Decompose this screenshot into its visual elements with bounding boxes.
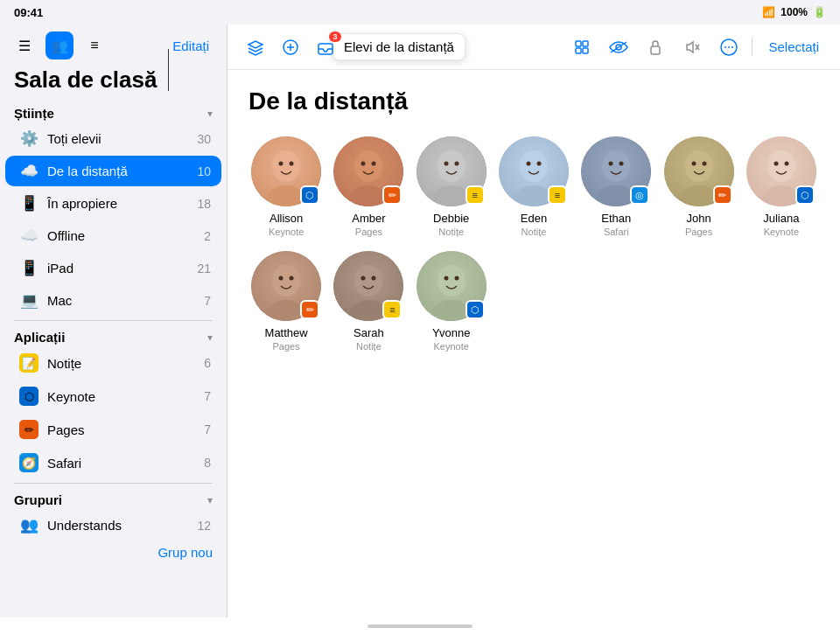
sidebar-item-notite[interactable]: 📝 Notițe 6 [5,347,221,379]
student-avatar-wrap-john: ✏ [664,136,734,206]
student-app-sarah: Notițe [356,341,382,352]
student-app-juliana: Keynote [764,227,799,237]
svg-point-18 [279,162,284,166]
sidebar-section-grupuri[interactable]: Grupuri ▾ [0,487,227,509]
student-name-debbie: Debbie [433,212,469,225]
sidebar-item-de-la-distanta[interactable]: ☁️ De la distanță 10 [5,156,221,186]
sidebar-item-keynote[interactable]: ⬡ Keynote 7 [5,380,221,412]
sidebar-item-mac[interactable]: 💻 Mac 7 [5,285,221,316]
svg-point-56 [354,265,382,297]
svg-point-49 [784,162,788,166]
section-grupuri-chevron: ▾ [207,494,213,506]
student-avatar-wrap-amber: ✏ [333,136,403,206]
sidebar-item-toti-elevii[interactable]: ⚙️ Toți elevii 30 [5,123,221,154]
svg-point-38 [609,162,613,166]
svg-point-54 [290,276,294,281]
sidebar-edit-button[interactable]: Editați [165,35,216,57]
offline-label: Offline [47,228,185,243]
content-title: De la distanță [248,87,819,115]
section-aplicatii-chevron: ▾ [207,331,213,344]
mute-icon[interactable] [678,33,706,61]
student-item-amber[interactable]: ✏ Amber Pages [331,136,406,237]
student-item-eden[interactable]: ≡ Eden Notițe [496,136,571,237]
mac-label: Mac [47,293,185,308]
sidebar-list-icon[interactable]: ≡ [80,31,108,59]
in-apropiere-icon: 📱 [19,194,38,213]
sidebar-item-in-apropiere[interactable]: 📱 În apropiere 18 [5,188,221,219]
callout: Elevi de la distanță [332,33,466,60]
sidebar-section-stiinte[interactable]: Științe ▾ [0,101,227,122]
student-avatar-wrap-debbie: ≡ [416,136,486,206]
in-apropiere-label: În apropiere [47,196,185,211]
lock-icon[interactable] [641,33,669,61]
safari-count: 8 [193,456,211,470]
section-aplicatii-label: Aplicații [14,330,65,345]
student-item-matthew[interactable]: ✏ Matthew Pages [248,251,324,352]
svg-point-39 [620,162,624,166]
toti-elevii-count: 30 [193,132,211,146]
understands-label: Understands [47,518,185,533]
student-badge-allison: ⬡ [300,185,319,205]
student-badge-amber: ✏ [382,185,402,205]
student-app-yvonne: Keynote [434,341,469,352]
grid-view-icon[interactable] [568,33,596,61]
svg-point-33 [526,162,530,166]
wifi-icon: 📶 [762,6,775,18]
eye-icon[interactable] [605,33,633,61]
de-la-distanta-icon: ☁️ [19,162,38,180]
toolbar-separator [752,38,752,56]
sidebar-item-safari[interactable]: 🧭 Safari 8 [5,447,221,478]
ipad-count: 21 [193,262,211,276]
student-item-sarah[interactable]: ≡ Sarah Notițe [331,251,406,352]
svg-point-19 [290,162,294,166]
sidebar-title: Sala de clasă [0,63,227,101]
student-name-ethan: Ethan [601,212,631,225]
student-item-yvonne[interactable]: ⬡ Yvonne Keynote [414,251,489,352]
sidebar-item-pages[interactable]: ✏ Pages 7 [5,414,221,445]
student-name-matthew: Matthew [265,326,308,339]
student-item-john[interactable]: ✏ John Pages [661,136,736,237]
student-item-juliana[interactable]: ⬡ Juliana Keynote [744,136,819,237]
battery-icon: 🔋 [813,6,826,18]
more-icon[interactable] [715,33,743,61]
svg-point-29 [454,162,458,166]
student-item-debbie[interactable]: ≡ Debbie Notițe [414,136,489,237]
student-name-allison: Allison [270,212,303,225]
sidebar-nav-icons: ☰ 👥 ≡ [10,31,108,59]
select-button[interactable]: Selectați [761,36,826,58]
student-name-sarah: Sarah [354,326,384,339]
sidebar-students-icon[interactable]: 👥 [46,31,74,59]
svg-point-21 [354,150,382,182]
divider-2 [14,483,213,484]
svg-point-13 [728,46,730,48]
student-badge-matthew: ✏ [300,300,319,319]
student-avatar-wrap-ethan: ◎ [581,136,651,206]
student-item-ethan[interactable]: ◎ Ethan Safari [578,136,654,237]
student-badge-sarah: ≡ [382,300,402,319]
home-bar [368,625,472,628]
student-grid: ⬡ Allison Keynote [248,136,819,352]
safari-label: Safari [47,456,185,471]
layers-icon[interactable] [242,33,270,61]
student-item-allison[interactable]: ⬡ Allison Keynote [248,136,324,237]
sidebar-section-aplicatii[interactable]: Aplicații ▾ [0,324,227,346]
sidebar-item-ipad[interactable]: 📱 iPad 21 [5,253,221,283]
svg-rect-4 [576,48,581,53]
student-app-john: Pages [685,227,712,237]
sidebar-item-understands[interactable]: 👥 Understands 12 [5,510,221,541]
inbox-icon[interactable]: 3 [312,33,340,61]
sidebar-panel-toggle[interactable]: ☰ [10,31,38,59]
pencil-icon[interactable] [276,33,304,61]
sidebar-group-new[interactable]: Grup nou [0,541,227,568]
student-name-yvonne: Yvonne [432,326,470,339]
student-name-john: John [686,212,710,225]
student-app-debbie: Notițe [438,227,464,237]
grup-nou-link[interactable]: Grup nou [158,545,213,560]
student-badge-debbie: ≡ [466,185,485,205]
sidebar-item-offline[interactable]: ☁️ Offline 2 [5,220,221,251]
svg-point-23 [361,162,366,166]
svg-point-16 [272,150,300,182]
student-app-matthew: Pages [273,341,300,352]
sidebar: ☰ 👥 ≡ Editați Sala de clasă Științe ▾ ⚙️… [0,24,228,618]
de-la-distanta-label: De la distanță [47,164,185,178]
